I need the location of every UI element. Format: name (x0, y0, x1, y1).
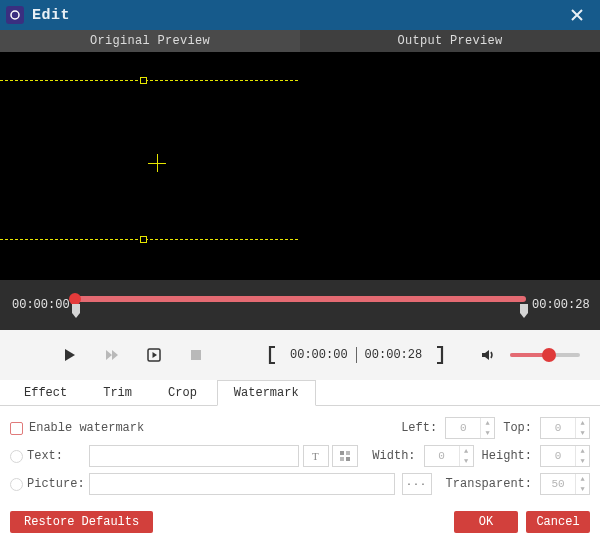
preview-area: Original Preview Output Preview (0, 30, 600, 280)
text-label: Text: (23, 449, 85, 463)
tab-effect[interactable]: Effect (8, 381, 83, 405)
svg-rect-2 (191, 350, 201, 360)
window-title: Edit (32, 7, 70, 24)
close-button[interactable] (560, 0, 594, 30)
height-label: Height: (482, 449, 532, 463)
height-spinner[interactable]: 0 ▲▼ (540, 445, 590, 467)
timeline-progress (74, 296, 526, 302)
text-radio[interactable] (10, 450, 23, 463)
crop-overlay[interactable] (0, 80, 300, 240)
tab-watermark[interactable]: Watermark (217, 380, 316, 406)
width-spinner[interactable]: 0 ▲▼ (424, 445, 474, 467)
stop-button[interactable] (182, 341, 210, 369)
picture-label: Picture: (23, 477, 85, 491)
cancel-button[interactable]: Cancel (526, 511, 590, 533)
timeline-track[interactable] (74, 290, 526, 320)
transparent-label: Transparent: (446, 477, 532, 491)
transparent-spinner[interactable]: 50 ▲▼ (540, 473, 590, 495)
top-spinner[interactable]: 0 ▲▼ (540, 417, 590, 439)
svg-rect-5 (346, 451, 350, 455)
timeline-duration: 00:00:28 (532, 298, 588, 312)
tab-crop[interactable]: Crop (152, 381, 213, 405)
original-preview-pane: Original Preview (0, 30, 300, 280)
restore-defaults-button[interactable]: Restore Defaults (10, 511, 153, 533)
timeline-playhead[interactable] (69, 293, 81, 305)
output-preview-pane: Output Preview (300, 30, 600, 280)
original-preview-body[interactable] (0, 52, 300, 280)
step-frame-button[interactable] (140, 341, 168, 369)
timeline-start-marker[interactable] (72, 304, 80, 318)
left-spinner[interactable]: 0 ▲▼ (445, 417, 495, 439)
bottom-bar: Restore Defaults OK Cancel (0, 502, 600, 542)
svg-rect-6 (340, 457, 344, 461)
set-range-end-button[interactable] (430, 341, 450, 369)
watermark-text-input[interactable] (89, 445, 299, 467)
titlebar: Edit (0, 0, 600, 30)
range-start-time: 00:00:00 (286, 348, 352, 362)
range-separator (356, 347, 357, 363)
svg-rect-7 (346, 457, 350, 461)
svg-text:T: T (312, 450, 319, 462)
app-icon (6, 6, 24, 24)
fast-forward-button[interactable] (98, 341, 126, 369)
color-button[interactable] (332, 445, 358, 467)
playback-controls: 00:00:00 00:00:28 (0, 330, 600, 380)
watermark-panel: Enable watermark Left: 0 ▲▼ Top: 0 ▲▼ Te… (0, 406, 600, 502)
volume-icon[interactable] (474, 341, 502, 369)
ok-button[interactable]: OK (454, 511, 518, 533)
timeline-end-marker[interactable] (520, 304, 528, 318)
watermark-picture-input[interactable] (89, 473, 395, 495)
font-button[interactable]: T (303, 445, 329, 467)
timeline-row: 00:00:00 00:00:28 (0, 280, 600, 330)
crop-handle-n[interactable] (140, 77, 147, 84)
output-preview-body (300, 52, 600, 280)
svg-rect-4 (340, 451, 344, 455)
enable-watermark-checkbox[interactable] (10, 422, 23, 435)
volume-slider[interactable] (510, 350, 580, 360)
original-preview-label: Original Preview (0, 30, 300, 52)
svg-point-0 (11, 11, 19, 19)
output-preview-label: Output Preview (300, 30, 600, 52)
timeline-current-time: 00:00:00 (12, 298, 68, 312)
picture-radio[interactable] (10, 478, 23, 491)
left-label: Left: (401, 421, 437, 435)
play-button[interactable] (56, 341, 84, 369)
crop-handle-s[interactable] (140, 236, 147, 243)
tab-trim[interactable]: Trim (87, 381, 148, 405)
top-label: Top: (503, 421, 532, 435)
range-end-time: 00:00:28 (361, 348, 427, 362)
width-label: Width: (372, 449, 415, 463)
enable-watermark-label: Enable watermark (29, 421, 144, 435)
tabs: Effect Trim Crop Watermark (0, 380, 600, 406)
browse-picture-button[interactable]: ··· (402, 473, 432, 495)
set-range-start-button[interactable] (262, 341, 282, 369)
